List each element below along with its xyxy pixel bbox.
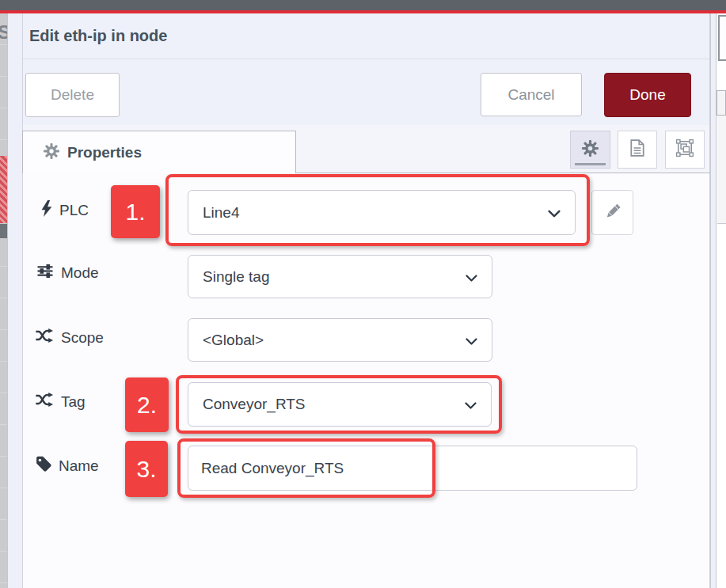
annotation-step-2-badge: 2.	[125, 377, 169, 432]
plc-select-value: Line4	[203, 204, 240, 222]
mode-select[interactable]: Single tag	[188, 255, 492, 298]
chevron-down-icon	[466, 332, 477, 349]
scope-select-value: <Global>	[203, 332, 264, 349]
sliders-icon	[37, 264, 54, 282]
plc-field-label: PLC	[41, 200, 89, 221]
tag-select[interactable]: Conveyor_RTS	[188, 382, 492, 427]
tab-properties[interactable]: Properties	[22, 131, 296, 173]
background-right-box	[716, 90, 726, 116]
gear-icon	[44, 143, 59, 162]
pencil-icon	[604, 203, 621, 223]
background-fragment-text: S	[0, 21, 7, 44]
tag-label-icon	[36, 456, 51, 476]
tab-properties-label: Properties	[67, 144, 142, 161]
name-input[interactable]	[188, 446, 637, 491]
tag-select-value: Conveyor_RTS	[203, 396, 306, 413]
background-page-fragment: S	[0, 13, 7, 588]
done-button[interactable]: Done	[604, 73, 691, 117]
background-right-box	[718, 15, 726, 61]
chevron-down-icon	[465, 396, 477, 413]
document-icon	[630, 139, 644, 160]
selected-underline	[575, 163, 606, 165]
background-right-box	[717, 116, 726, 224]
background-node-fragment	[0, 156, 7, 223]
edit-plc-config-button[interactable]	[591, 190, 633, 235]
properties-view-button[interactable]	[570, 131, 610, 169]
annotation-step-1-badge: 1.	[111, 185, 160, 238]
bolt-icon	[41, 200, 52, 221]
description-view-button[interactable]	[618, 131, 657, 169]
plc-select[interactable]: Line4	[188, 190, 576, 235]
scope-select[interactable]: <Global>	[188, 318, 492, 362]
tag-field-label: Tag	[36, 393, 86, 411]
background-fragment-dark	[0, 224, 7, 238]
dialog-header: Edit eth-ip in node	[23, 13, 709, 59]
group-icon	[676, 139, 694, 160]
dialog-title: Edit eth-ip in node	[29, 27, 167, 45]
chevron-down-icon	[548, 204, 561, 222]
chevron-down-icon	[466, 268, 477, 286]
tray-edge-strip	[7, 13, 22, 588]
name-field-label: Name	[36, 456, 99, 476]
delete-button[interactable]: Delete	[25, 73, 120, 117]
gear-icon	[582, 140, 599, 160]
mode-field-label: Mode	[37, 264, 99, 282]
mode-select-value: Single tag	[203, 268, 270, 286]
shuffle-icon	[36, 393, 54, 411]
appearance-view-button[interactable]	[665, 131, 705, 169]
annotation-step-3-badge: 3.	[125, 441, 168, 497]
shuffle-icon	[36, 328, 54, 347]
cancel-button[interactable]: Cancel	[481, 73, 582, 116]
dialog-scrollbar-track[interactable]	[710, 13, 716, 588]
page: S Edit eth-ip in node Delete Cancel Done	[0, 0, 726, 588]
scope-field-label: Scope	[36, 328, 104, 347]
app-top-bar	[0, 0, 726, 10]
tab-baseline	[296, 173, 710, 173]
